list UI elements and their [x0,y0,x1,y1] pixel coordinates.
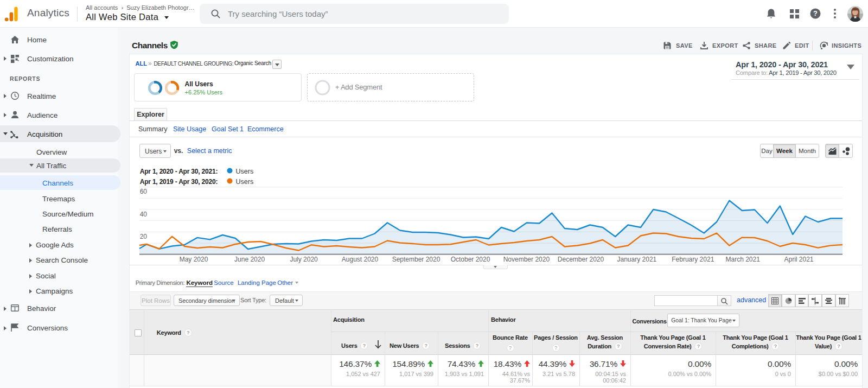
svg-text:?: ? [813,9,818,17]
